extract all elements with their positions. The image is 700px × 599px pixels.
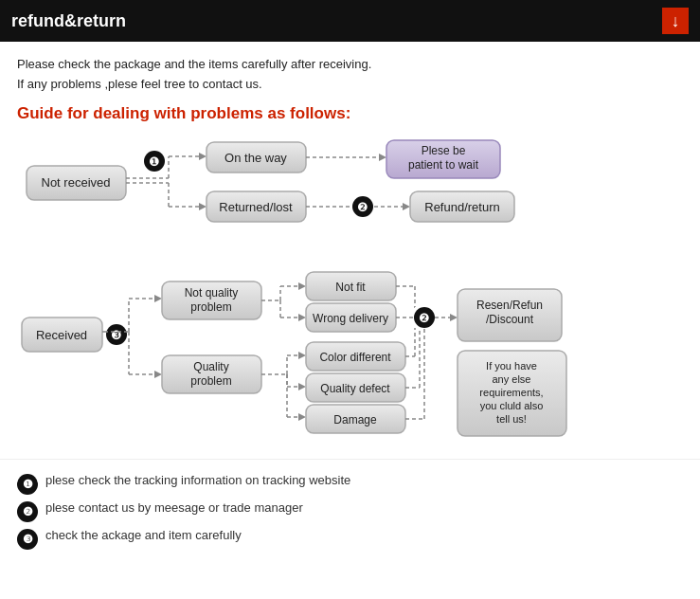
svg-text:On the way: On the way	[224, 151, 287, 165]
svg-text:you cluld also: you cluld also	[480, 400, 544, 411]
svg-marker-63	[298, 383, 306, 390]
svg-text:Damage: Damage	[333, 413, 377, 427]
svg-marker-60	[298, 352, 306, 359]
svg-text:Quality: Quality	[193, 360, 228, 373]
note-item-3: ❸ check the ackage and item carefully	[17, 528, 683, 550]
note-badge-2: ❷	[17, 501, 38, 522]
svg-text:Received: Received	[36, 328, 87, 342]
svg-text:problem: problem	[190, 374, 231, 388]
svg-text:❶: ❶	[149, 154, 160, 169]
svg-marker-7	[199, 153, 206, 160]
note-item-2: ❷ plese contact us by meesage or trade m…	[17, 500, 683, 522]
header-bar: refund&return ↓	[0, 0, 700, 42]
header-title: refund&return	[11, 11, 126, 31]
svg-text:Returned/lost: Returned/lost	[219, 200, 293, 214]
svg-marker-17	[379, 154, 386, 161]
intro-section: Please check the package and the items c…	[0, 42, 700, 99]
svg-text:❷: ❷	[419, 311, 430, 325]
svg-text:❷: ❷	[357, 200, 368, 214]
note-text-2: plese contact us by meesage or trade man…	[45, 500, 303, 515]
intro-line2: If any problems ,plese feel tree to cont…	[17, 75, 683, 95]
svg-text:Not quality: Not quality	[185, 286, 239, 300]
intro-line1: Please check the package and the items c…	[17, 55, 683, 75]
svg-text:Quality defect: Quality defect	[320, 382, 390, 395]
svg-marker-22	[403, 203, 410, 210]
svg-text:If you have: If you have	[486, 360, 537, 372]
svg-text:Wrong delivery: Wrong delivery	[313, 312, 388, 325]
note-text-3: check the ackage and item carefully	[45, 528, 242, 542]
svg-marker-11	[199, 203, 206, 210]
top-flow-diagram: Not received ❶ On the way Returned/lost …	[17, 133, 683, 237]
svg-text:/Discount: /Discount	[486, 313, 534, 326]
svg-marker-39	[154, 371, 162, 378]
svg-text:tell us!: tell us!	[496, 413, 527, 425]
svg-text:problem: problem	[190, 300, 231, 314]
note-badge-3: ❸	[17, 529, 38, 550]
diagram-area: Not received ❶ On the way Returned/lost …	[0, 127, 700, 455]
notes-section: ❶ plese check the tracking information o…	[0, 459, 700, 565]
note-text-1: plese check the tracking information on …	[45, 473, 350, 487]
svg-text:patient to wait: patient to wait	[408, 158, 479, 172]
svg-text:requirements,: requirements,	[479, 387, 543, 398]
note-badge-1: ❶	[17, 474, 38, 495]
svg-marker-66	[298, 413, 306, 421]
note-item-1: ❶ plese check the tracking information o…	[17, 473, 683, 495]
bottom-flow-diagram: Received ❸ Not quality problem Quality p…	[17, 237, 683, 445]
guide-title: Guide for dealing with problems as follo…	[0, 99, 700, 127]
svg-marker-52	[298, 314, 306, 321]
svg-text:Not fit: Not fit	[335, 281, 366, 294]
svg-text:Refund/return: Refund/return	[424, 200, 500, 214]
header-arrow-icon: ↓	[662, 8, 689, 34]
svg-text:Color different: Color different	[319, 351, 391, 364]
svg-text:Resen/Refun: Resen/Refun	[476, 299, 543, 312]
svg-text:Plese be: Plese be	[422, 144, 466, 157]
svg-text:any else: any else	[493, 373, 531, 385]
svg-text:Not received: Not received	[42, 175, 111, 190]
svg-marker-49	[298, 282, 306, 290]
svg-marker-86	[450, 314, 458, 321]
svg-text:❸: ❸	[111, 328, 122, 342]
svg-marker-36	[154, 295, 162, 302]
